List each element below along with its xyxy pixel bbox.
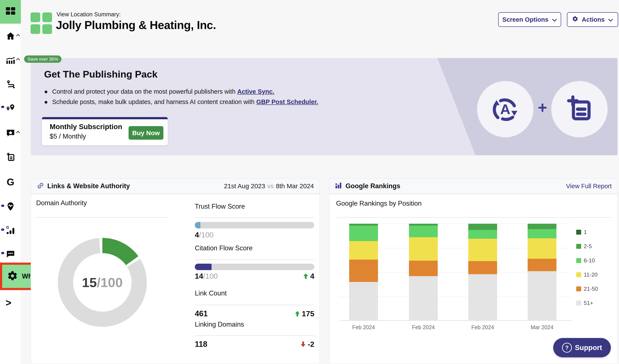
da-denominator: /100 <box>97 275 123 290</box>
banner-bullet-1: ● Control and protect your data on the m… <box>44 88 274 95</box>
rankings-legend: 12-56-1011-2021-5051+ <box>576 229 598 306</box>
bullet-dot: ● <box>44 88 48 95</box>
tf-denominator: /100 <box>199 230 213 239</box>
domain-authority-value: 15/100 <box>58 238 147 327</box>
publishing-pack-banner: Get The Publishing Pack ● Control and pr… <box>31 58 618 155</box>
chat-bubble-icon <box>6 249 15 259</box>
support-button[interactable]: ? Support <box>553 338 611 357</box>
legend-swatch <box>576 244 581 249</box>
legend-swatch <box>576 258 581 263</box>
sidebar: G G > <box>0 0 21 364</box>
legend-item: 1 <box>576 229 598 235</box>
chevron-up-icon <box>16 131 20 133</box>
google-analytics-icon: G <box>6 225 15 235</box>
citation-flow-label: Citation Flow Score <box>195 244 253 252</box>
legend-label: 21-50 <box>584 285 598 292</box>
sidebar-collapse-button[interactable]: > <box>6 298 11 308</box>
app-root: G G > White-label Settings View Location… <box>0 0 619 364</box>
active-sync-link[interactable]: Active Sync. <box>237 88 274 95</box>
linking-domains-label: Linking Domains <box>195 321 244 328</box>
date-from: 21st Aug 2023 <box>224 182 265 189</box>
divider <box>195 305 314 305</box>
sidebar-item-messages[interactable] <box>0 248 21 260</box>
svg-text:A: A <box>500 101 510 117</box>
bullet-text: Control and protect your data on the mos… <box>52 88 236 95</box>
legend-item: 51+ <box>576 300 598 306</box>
app-logo-tile[interactable] <box>0 0 21 24</box>
pin-pulse-icon <box>6 202 15 211</box>
google-g-icon: G <box>6 177 15 187</box>
sidebar-item-rankings[interactable] <box>0 54 21 66</box>
screen-options-button[interactable]: Screen Options <box>498 12 561 27</box>
divider <box>195 218 314 218</box>
legend-item: 21-50 <box>576 285 598 292</box>
citation-flow-fill <box>195 264 211 270</box>
svg-text:G: G <box>7 177 14 187</box>
chevron-down-icon <box>608 16 613 23</box>
trust-flow-label: Trust Flow Score <box>195 203 245 210</box>
link-count-label: Link Count <box>195 289 227 297</box>
linking-domains-row: 118 -2 <box>195 340 314 349</box>
link-count-change: 175 <box>302 310 314 318</box>
sidebar-item-posts[interactable] <box>0 151 21 163</box>
legend-label: 1 <box>584 229 587 235</box>
legend-label: 11-20 <box>584 271 598 278</box>
rankings-xlabels: Feb 2024Feb 2024Feb 2024Mar 2024 <box>339 178 572 364</box>
links-card-title: Links & Website Authority <box>47 182 130 190</box>
location-logo <box>30 13 52 34</box>
link-count-value: 461 <box>195 309 208 318</box>
plus-sign: + <box>532 98 553 117</box>
legend-swatch <box>576 301 581 306</box>
subscription-price: $5 / Monthly <box>50 133 86 140</box>
legend-label: 51+ <box>584 300 593 306</box>
grid-logo-icon <box>5 6 16 18</box>
gear-icon <box>7 270 18 282</box>
sidebar-item-listings[interactable] <box>0 101 21 113</box>
question-mark-icon: ? <box>562 343 572 353</box>
gear-icon <box>572 16 578 24</box>
link-count-row: 461 175 <box>195 309 314 318</box>
actions-label: Actions <box>582 16 605 23</box>
banner-bullet-2: ● Schedule posts, make bulk updates, and… <box>44 98 318 106</box>
linking-domains-change: -2 <box>308 340 314 349</box>
view-location-summary-label: View Location Summary: <box>56 11 121 18</box>
bullet-dot: ● <box>44 98 48 106</box>
svg-text:G: G <box>6 225 9 229</box>
page-title: Jolly Plumbing & Heating, Inc. <box>56 18 216 32</box>
link-icon <box>37 182 44 190</box>
post-scheduler-circle <box>551 81 608 137</box>
sidebar-item-google[interactable]: G <box>0 176 21 189</box>
trust-flow-score: 4/100 <box>195 230 214 239</box>
chevron-up-icon <box>16 58 20 60</box>
vs-label: vs <box>265 182 276 189</box>
legend-label: 2-5 <box>584 243 592 250</box>
buy-now-button[interactable]: Buy Now <box>128 126 163 140</box>
legend-item: 11-20 <box>576 271 598 278</box>
citation-flow-change: 4 <box>310 272 314 280</box>
comparison-dates: 21st Aug 2023vs8th Mar 2024 <box>224 182 314 190</box>
sidebar-item-reviews[interactable] <box>0 127 21 139</box>
legend-swatch <box>576 286 581 291</box>
map-pins-icon <box>6 103 15 112</box>
arrow-up-icon <box>303 273 309 279</box>
sidebar-item-local-search[interactable] <box>0 78 21 90</box>
da-numerator: 15 <box>82 275 97 290</box>
actions-button[interactable]: Actions <box>567 12 618 27</box>
save-badge: Save over 35% <box>24 55 61 63</box>
sidebar-item-home[interactable] <box>0 30 21 42</box>
sidebar-item-analytics[interactable]: G <box>0 224 21 236</box>
links-authority-card: Links & Website Authority 21st Aug 2023v… <box>31 178 320 364</box>
domain-authority-label: Domain Authority <box>36 199 87 207</box>
arrow-up-icon <box>295 311 300 317</box>
view-full-report-link[interactable]: View Full Report <box>566 183 612 190</box>
x-axis-label: Feb 2024 <box>468 324 497 330</box>
bar-chart-trend-icon <box>6 55 15 65</box>
trust-flow-fill <box>195 222 200 229</box>
date-to: 8th Mar 2024 <box>276 182 314 189</box>
citation-flow-progressbar <box>195 264 314 270</box>
gbp-post-scheduler-link[interactable]: GBP Post Scheduler. <box>256 98 318 105</box>
google-rankings-card: Google Rankings View Full Report Google … <box>329 178 618 364</box>
chevron-up-icon <box>16 34 20 36</box>
sidebar-item-geogrid[interactable] <box>0 201 21 213</box>
support-label: Support <box>575 344 602 352</box>
